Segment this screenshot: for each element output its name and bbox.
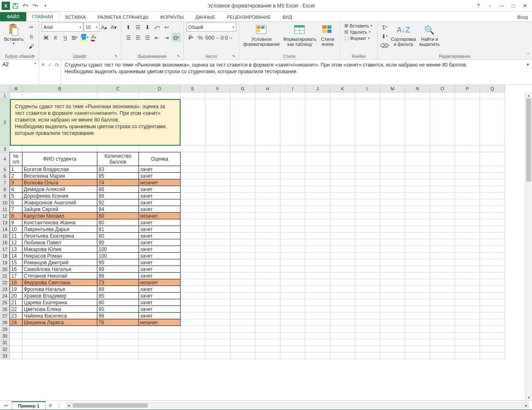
name-box-input[interactable]: [2, 62, 27, 67]
cell[interactable]: [430, 266, 455, 273]
cell[interactable]: [405, 273, 430, 279]
cell[interactable]: [480, 206, 505, 213]
spreadsheet-grid[interactable]: ABCDEFGHIJKLMNOPQ12Студенты сдают тест п…: [0, 85, 532, 400]
cell[interactable]: [181, 333, 205, 339]
cell[interactable]: [330, 326, 355, 333]
cell[interactable]: [305, 166, 330, 173]
sheet-nav-first[interactable]: ◂: [3, 403, 5, 408]
col-header[interactable]: D: [139, 85, 181, 92]
cell[interactable]: [455, 193, 480, 199]
cell[interactable]: [355, 213, 380, 219]
cell[interactable]: [10, 339, 22, 346]
table-cell[interactable]: 10: [10, 226, 22, 233]
cell[interactable]: [355, 326, 380, 333]
col-header[interactable]: H: [255, 85, 280, 92]
cell[interactable]: [455, 233, 480, 239]
cell[interactable]: [255, 279, 280, 286]
table-cell[interactable]: Шишкина Лариса: [22, 319, 97, 326]
cell[interactable]: [380, 146, 405, 152]
row-header[interactable]: 22: [0, 279, 10, 286]
cell[interactable]: [305, 92, 330, 99]
delete-cells-button[interactable]: ⊟Удалить ▾: [343, 29, 374, 35]
cell[interactable]: [181, 219, 205, 226]
cell[interactable]: [139, 333, 181, 339]
border-button[interactable]: ⊞▾: [70, 33, 79, 42]
cell[interactable]: [455, 326, 480, 333]
cell[interactable]: [305, 299, 330, 306]
cell[interactable]: [330, 146, 355, 152]
format-painter-button[interactable]: 🖌: [27, 42, 36, 51]
table-cell[interactable]: 88: [97, 192, 139, 199]
cell[interactable]: [97, 146, 139, 152]
cell[interactable]: [455, 166, 480, 173]
cell[interactable]: [205, 99, 230, 146]
cell[interactable]: [455, 333, 480, 339]
cell[interactable]: [205, 226, 230, 233]
col-header[interactable]: C: [97, 85, 139, 92]
cell[interactable]: [405, 246, 430, 253]
cell[interactable]: [139, 346, 181, 353]
cell[interactable]: [230, 199, 255, 206]
cell[interactable]: [480, 293, 505, 299]
cell[interactable]: [405, 339, 430, 346]
cell[interactable]: [455, 186, 480, 193]
vertical-scrollbar[interactable]: ▴ ▾: [525, 92, 532, 400]
cell[interactable]: [181, 206, 205, 213]
cell[interactable]: [480, 346, 505, 353]
cell[interactable]: [455, 99, 480, 146]
table-cell[interactable]: 88: [97, 286, 139, 293]
cell[interactable]: [380, 279, 405, 286]
cell[interactable]: [305, 179, 330, 186]
cell[interactable]: [230, 346, 255, 353]
cell[interactable]: [380, 333, 405, 339]
number-format-combo[interactable]: Общий▾: [186, 22, 236, 32]
bold-button[interactable]: Ж: [42, 33, 51, 42]
table-cell[interactable]: 80: [97, 219, 139, 226]
table-cell[interactable]: незачет: [139, 179, 181, 186]
cell[interactable]: [405, 99, 430, 146]
cell[interactable]: [230, 339, 255, 346]
cell[interactable]: [305, 199, 330, 206]
cell[interactable]: [430, 353, 455, 359]
cell[interactable]: [280, 213, 305, 219]
horizontal-scrollbar[interactable]: ◂ ▸: [67, 403, 529, 408]
cell[interactable]: [380, 353, 405, 359]
expand-formula-bar-button[interactable]: ▾: [524, 60, 532, 84]
cell[interactable]: [230, 179, 255, 186]
tab-формулы[interactable]: ФОРМУЛЫ: [154, 13, 190, 21]
cell[interactable]: [480, 193, 505, 199]
align-left-button[interactable]: ☰: [124, 33, 133, 42]
table-cell[interactable]: 86: [97, 186, 139, 193]
table-cell[interactable]: 90: [97, 239, 139, 246]
cell[interactable]: [139, 146, 181, 152]
cell[interactable]: [330, 219, 355, 226]
cell[interactable]: [355, 193, 380, 199]
cell[interactable]: [181, 353, 205, 359]
cell[interactable]: [305, 259, 330, 266]
cell[interactable]: [430, 179, 455, 186]
cell[interactable]: [430, 286, 455, 293]
cell[interactable]: [405, 219, 430, 226]
cell[interactable]: [255, 173, 280, 179]
col-header[interactable]: G: [230, 85, 255, 92]
cell[interactable]: [230, 226, 255, 233]
cell[interactable]: [455, 179, 480, 186]
cell[interactable]: [355, 99, 380, 146]
cell[interactable]: [230, 353, 255, 359]
col-header[interactable]: I: [280, 85, 305, 92]
table-cell[interactable]: зачет: [139, 252, 181, 259]
cell[interactable]: [205, 293, 230, 299]
cell[interactable]: [480, 306, 505, 313]
cell[interactable]: [405, 279, 430, 286]
table-cell[interactable]: Дорофеева Ксения: [22, 192, 97, 199]
table-cell[interactable]: 1: [10, 166, 22, 173]
cell[interactable]: [405, 333, 430, 339]
cell[interactable]: [230, 253, 255, 259]
cell[interactable]: [10, 146, 22, 152]
cell[interactable]: [255, 186, 280, 193]
cell[interactable]: [205, 92, 230, 99]
cell[interactable]: [380, 339, 405, 346]
table-cell[interactable]: Богатов Владислав: [22, 166, 97, 173]
cell[interactable]: [10, 92, 22, 99]
col-header[interactable]: E: [181, 85, 205, 92]
